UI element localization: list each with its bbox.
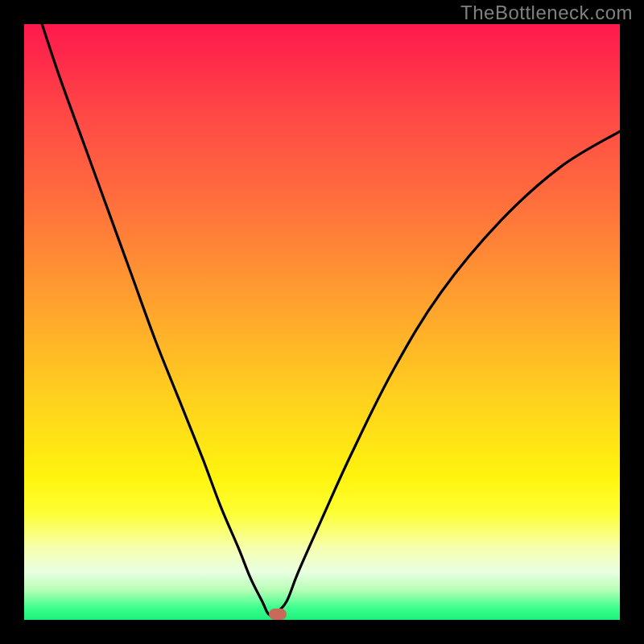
optimal-point-marker (269, 609, 287, 620)
curve-svg (24, 24, 620, 620)
bottleneck-curve (42, 24, 620, 616)
watermark-text: TheBottleneck.com (460, 2, 633, 24)
plot-area (24, 24, 620, 620)
chart-frame: TheBottleneck.com (0, 0, 644, 644)
